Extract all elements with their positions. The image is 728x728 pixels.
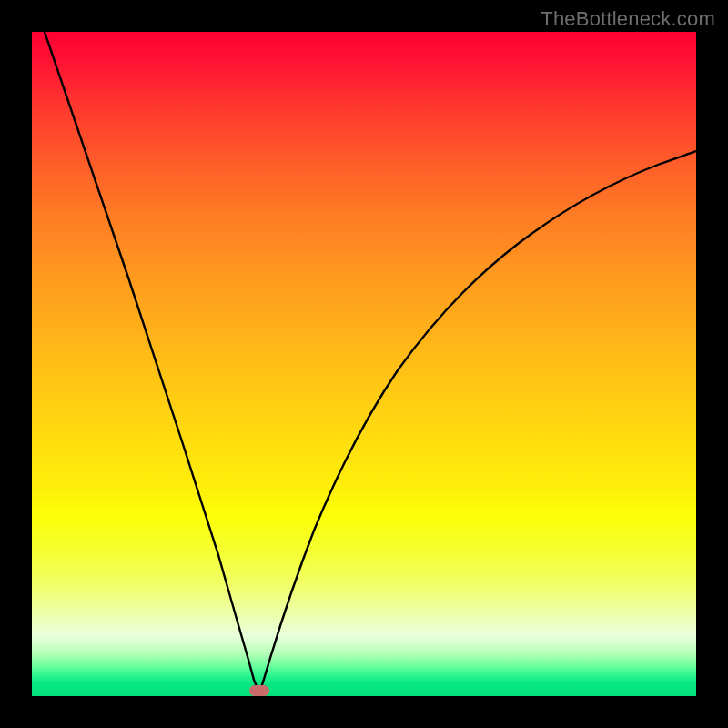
watermark-text: TheBottleneck.com [541,7,715,31]
chart-frame: TheBottleneck.com [0,0,728,728]
bottleneck-curve [32,32,696,696]
minimum-marker [249,685,269,696]
curve-left-branch [45,32,259,693]
plot-area [32,32,696,696]
curve-right-branch [259,151,696,693]
